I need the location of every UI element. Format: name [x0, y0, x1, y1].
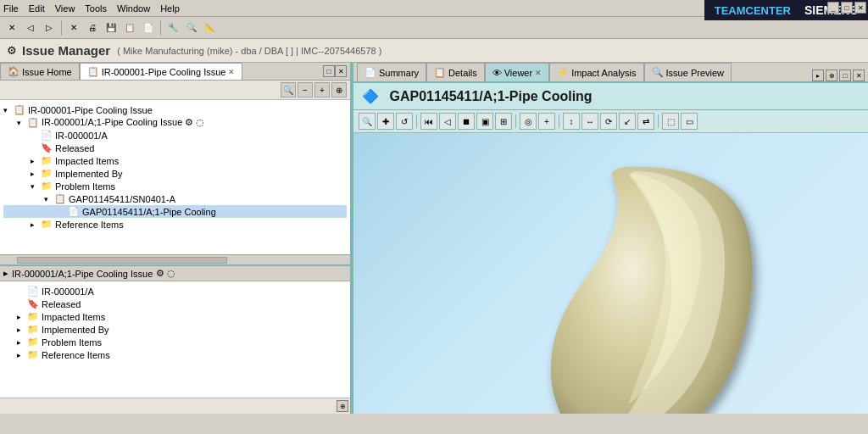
tree-icon-2: 📄 — [41, 130, 53, 141]
tree-item-7[interactable]: ▾ 📋 GAP01145411/SN0401-A — [3, 192, 347, 205]
left-toolbar: 🔍 − + ⊕ — [0, 81, 350, 100]
viewer-btn-vert[interactable]: ↕ — [563, 113, 580, 130]
left-plus[interactable]: + — [314, 82, 330, 97]
tree-item-8[interactable]: 📄 GAP01145411/A;1-Pipe Cooling — [3, 205, 347, 218]
menu-tools[interactable]: Tools — [85, 3, 107, 14]
viewer-btn-mirror[interactable]: ⇄ — [637, 113, 654, 130]
toolbar-sep-2 — [160, 20, 161, 36]
bottom-tree-icon-2: 🔖 — [27, 298, 39, 309]
toolbar-btn-11[interactable]: 📐 — [202, 19, 219, 36]
viewer-btn-plus[interactable]: + — [538, 113, 555, 130]
viewer-btn-bar[interactable]: ▭ — [681, 113, 698, 130]
viewer-sep-4 — [658, 114, 659, 128]
tree-item-9[interactable]: ▸ 📁 Reference Items — [3, 218, 347, 231]
left-panel-close[interactable]: ✕ — [335, 65, 347, 77]
app-header: ⚙ Issue Manager ( Mike Manufacturing (mi… — [0, 39, 868, 63]
left-search[interactable]: 🔍 — [281, 82, 296, 97]
bottom-tree-item-6[interactable]: ▸ 📁 Reference Items — [3, 348, 347, 361]
menu-bar: File Edit View Tools Window Help TEAMCEN… — [0, 0, 868, 17]
right-panel-close[interactable]: ✕ — [853, 70, 865, 81]
menu-view[interactable]: View — [55, 3, 75, 14]
tab-pipe-cooling[interactable]: 📋 IR-000001-Pipe Cooling Issue ✕ — [80, 63, 243, 80]
tab-issue-preview[interactable]: 🔍 Issue Preview — [644, 63, 732, 81]
win-close[interactable]: ✕ — [854, 2, 866, 14]
tab-summary[interactable]: 📄 Summary — [357, 63, 426, 81]
toolbar-btn-8[interactable]: 📄 — [140, 19, 157, 36]
toolbar-btn-9[interactable]: 🔧 — [164, 19, 181, 36]
win-max[interactable]: □ — [841, 2, 853, 14]
viewer-btn-stop[interactable]: ⏹ — [458, 113, 475, 130]
tab-details[interactable]: 📋 Details — [426, 63, 485, 81]
right-panel-restore[interactable]: □ — [839, 70, 851, 81]
toolbar-btn-6[interactable]: 💾 — [103, 19, 120, 36]
bottom-tree-item-1[interactable]: 📄 IR-000001/A — [3, 285, 347, 298]
toolbar-btn-5[interactable]: 🖨 — [84, 19, 101, 36]
viewer-btn-spin[interactable]: ⟳ — [600, 113, 617, 130]
tab-viewer[interactable]: 👁 Viewer ✕ — [485, 63, 549, 81]
right-panel-btn1[interactable]: ▸ — [812, 70, 824, 81]
toolbar-btn-7[interactable]: 📋 — [121, 19, 138, 36]
bottom-tree-item-2[interactable]: 🔖 Released — [3, 298, 347, 310]
bottom-tree-item-3[interactable]: ▸ 📁 Impacted Items — [3, 310, 347, 323]
viewer-btn-expand[interactable]: ⊞ — [495, 113, 512, 130]
toolbar-btn-10[interactable]: 🔍 — [183, 19, 200, 36]
main-layout: 🏠 Issue Home 📋 IR-000001-Pipe Cooling Is… — [0, 63, 868, 414]
bottom-tree-item-4[interactable]: ▸ 📁 Implemented By — [3, 323, 347, 336]
tree-icon-4: 📁 — [41, 155, 53, 166]
left-scrollbar[interactable] — [0, 254, 350, 264]
menu-window[interactable]: Window — [117, 3, 150, 14]
tree-item-1[interactable]: ▾ 📋 IR-000001/A;1-Pipe Cooling Issue ⚙ ◌ — [3, 116, 347, 129]
viewer-btn-zoom[interactable]: 🔍 — [359, 113, 376, 130]
viewer-icon: 👁 — [492, 68, 502, 78]
right-panel: 📄 Summary 📋 Details 👁 Viewer ✕ ⚡ Impact … — [352, 63, 868, 414]
viewer-btn-prev[interactable]: ◁ — [439, 113, 456, 130]
menu-file[interactable]: File — [3, 3, 19, 14]
left-panel-tabs: 🏠 Issue Home 📋 IR-000001-Pipe Cooling Is… — [0, 63, 350, 81]
left-minus[interactable]: − — [298, 82, 313, 97]
pipe-cooling-icon: 📋 — [87, 66, 99, 77]
viewer-btn-horiz[interactable]: ↔ — [581, 113, 598, 130]
viewer-btn-target[interactable]: ◎ — [520, 113, 537, 130]
tab-impact-analysis[interactable]: ⚡ Impact Analysis — [549, 63, 643, 81]
tree-icon-1: 📋 — [27, 117, 39, 128]
pipe-cooling-close[interactable]: ✕ — [228, 68, 235, 76]
menu-help[interactable]: Help — [160, 3, 180, 14]
viewer-btn-rotate[interactable]: ↺ — [396, 113, 413, 130]
details-icon: 📋 — [434, 67, 446, 78]
left-expand[interactable]: ⊕ — [331, 82, 347, 97]
tree-item-2[interactable]: 📄 IR-000001/A — [3, 129, 347, 142]
menu-edit[interactable]: Edit — [29, 3, 45, 14]
toolbar-btn-3[interactable]: ▷ — [41, 19, 58, 36]
bottom-expand-btn[interactable]: ⊕ — [337, 400, 348, 412]
left-panel-restore[interactable]: □ — [323, 65, 335, 77]
viewer-btn-fit[interactable]: ↙ — [619, 113, 636, 130]
viewer-sep-2 — [515, 114, 516, 128]
toolbar-btn-1[interactable]: ✕ — [3, 19, 20, 36]
win-min[interactable]: _ — [827, 2, 839, 14]
toolbar-btn-2[interactable]: ◁ — [22, 19, 39, 36]
right-panel-btn2[interactable]: ⊕ — [826, 70, 837, 81]
tree-item-4[interactable]: ▸ 📁 Impacted Items — [3, 154, 347, 167]
tree-item-0[interactable]: ▾ 📋 IR-000001-Pipe Cooling Issue — [3, 103, 347, 116]
tree-upper[interactable]: ▾ 📋 IR-000001-Pipe Cooling Issue ▾ 📋 IR-… — [0, 100, 350, 254]
viewer-btn-grid[interactable]: ▣ — [476, 113, 493, 130]
viewer-btn-first[interactable]: ⏮ — [420, 113, 437, 130]
tree-icon-5: 📁 — [41, 168, 53, 179]
bottom-tree-icon-6: 📁 — [27, 349, 39, 360]
toolbar-btn-4[interactable]: ✕ — [65, 19, 82, 36]
tree-icon-3: 🔖 — [41, 142, 53, 153]
viewer-3d-area[interactable] — [353, 133, 868, 414]
viewer-close[interactable]: ✕ — [535, 69, 542, 77]
left-panel: 🏠 Issue Home 📋 IR-000001-Pipe Cooling Is… — [0, 63, 352, 414]
tree-icon-7: 📋 — [54, 193, 66, 204]
bottom-tree-item-5[interactable]: ▸ 📁 Problem Items — [3, 336, 347, 348]
tree-item-6[interactable]: ▾ 📁 Problem Items — [3, 180, 347, 192]
tab-issue-home[interactable]: 🏠 Issue Home — [0, 63, 80, 80]
bottom-tree-icon-4: 📁 — [27, 324, 39, 335]
viewer-title: GAP01145411/A;1-Pipe Cooling — [389, 89, 592, 103]
tree-item-5[interactable]: ▸ 📁 Implemented By — [3, 167, 347, 180]
viewer-btn-add[interactable]: ✚ — [377, 113, 394, 130]
viewer-btn-rect[interactable]: ⬚ — [662, 113, 679, 130]
tree-item-3[interactable]: 🔖 Released — [3, 142, 347, 154]
tree-lower[interactable]: 📄 IR-000001/A 🔖 Released ▸ 📁 Impacted It… — [0, 281, 350, 398]
